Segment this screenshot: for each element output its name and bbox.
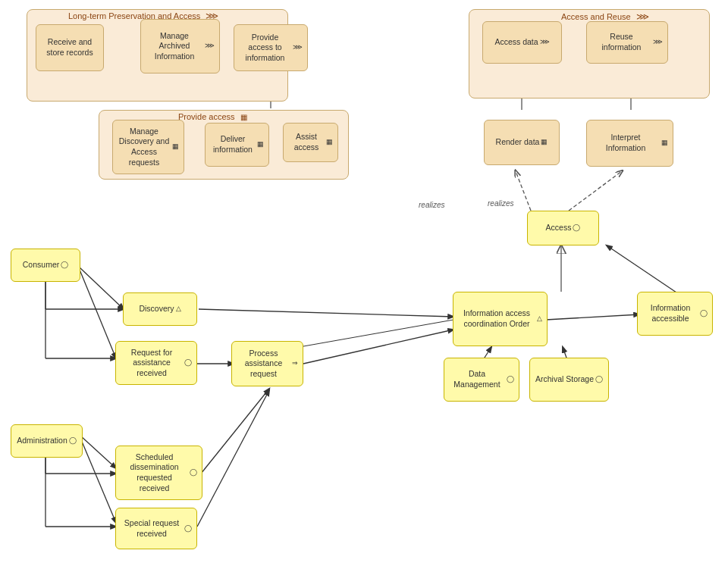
consumer-icon: ◯: [61, 261, 68, 270]
svg-line-8: [80, 267, 124, 309]
info-access-coord-icon: △: [537, 314, 542, 324]
svg-line-13: [546, 314, 639, 320]
interpret-info-node[interactable]: Interpret Information ▦: [586, 120, 673, 167]
scheduled-dissemination-node[interactable]: Scheduled dissemination requested receiv…: [115, 446, 202, 500]
provide-access-group-label: Provide access ▦: [178, 112, 247, 121]
reuse-info-node[interactable]: Reuse information ⋙: [586, 21, 668, 64]
info-accessible-icon: ◯: [700, 309, 708, 318]
process-assistance-icon: ⇒: [292, 359, 298, 368]
svg-line-6: [569, 171, 622, 211]
deliver-info-node[interactable]: Deliver information ▦: [205, 123, 269, 167]
request-assistance-node[interactable]: Request for assistance received ◯: [115, 341, 197, 385]
render-data-icon: ▦: [541, 138, 548, 147]
assist-access-icon: ▦: [326, 138, 333, 147]
svg-line-19: [201, 389, 269, 474]
svg-line-18: [80, 438, 116, 523]
provide-access-icon: ⋙: [293, 43, 303, 52]
special-request-node[interactable]: Special request received ◯: [115, 508, 197, 549]
svg-line-14: [607, 245, 676, 292]
process-assistance-node[interactable]: Process assistance request ⇒: [231, 341, 303, 386]
data-management-node[interactable]: Data Management ◯: [444, 358, 519, 402]
diagram-container: Long-term Preservation and Access ⋙ Prov…: [0, 0, 728, 566]
svg-line-5: [516, 171, 531, 211]
svg-line-20: [197, 390, 269, 527]
request-assistance-icon: ◯: [184, 358, 192, 367]
access-data-node[interactable]: Access data ⋙: [482, 21, 562, 64]
render-data-node[interactable]: Render data ▦: [484, 120, 560, 165]
administration-node[interactable]: Administration ◯: [11, 424, 83, 458]
access-data-icon: ⋙: [540, 38, 550, 47]
manage-discovery-node[interactable]: Manage Discovery and Access requests ▦: [112, 120, 184, 174]
consumer-node[interactable]: Consumer ◯: [11, 249, 80, 282]
realizes-label-1: realizes: [419, 201, 444, 209]
svg-line-12: [303, 330, 453, 364]
realizes-label-2: realizes: [488, 199, 513, 208]
receive-store-node[interactable]: Receive and store records: [36, 24, 104, 71]
manage-archived-icon: ⋙: [205, 42, 215, 51]
archival-storage-node[interactable]: Archival Storage ◯: [529, 358, 609, 402]
deliver-info-icon: ▦: [257, 140, 264, 149]
provide-access-info-node[interactable]: Provide access to information ⋙: [234, 24, 308, 71]
svg-line-17: [80, 436, 116, 468]
special-request-icon: ◯: [184, 524, 192, 533]
svg-line-10: [199, 309, 453, 317]
info-access-coord-node[interactable]: Information access coordination Order △: [453, 292, 548, 346]
manage-archived-node[interactable]: Manage Archived Information ⋙: [140, 19, 220, 73]
access-node[interactable]: Access ◯: [527, 211, 599, 245]
access-icon: ◯: [573, 224, 580, 233]
scheduled-dissemination-icon: ◯: [190, 468, 197, 477]
access-reuse-group-label: Access and Reuse ⋙: [561, 11, 649, 22]
svg-line-9: [80, 270, 116, 358]
assist-access-node[interactable]: Assist access ▦: [283, 123, 338, 162]
archival-storage-icon: ◯: [595, 375, 603, 384]
info-accessible-node[interactable]: Information accessible ◯: [637, 292, 713, 336]
discovery-icon: △: [176, 305, 181, 314]
manage-discovery-icon: ▦: [172, 142, 179, 152]
data-management-icon: ◯: [507, 375, 514, 384]
interpret-info-icon: ▦: [661, 139, 668, 148]
discovery-node[interactable]: Discovery △: [123, 292, 197, 326]
reuse-info-icon: ⋙: [653, 38, 663, 47]
administration-icon: ◯: [69, 436, 77, 446]
